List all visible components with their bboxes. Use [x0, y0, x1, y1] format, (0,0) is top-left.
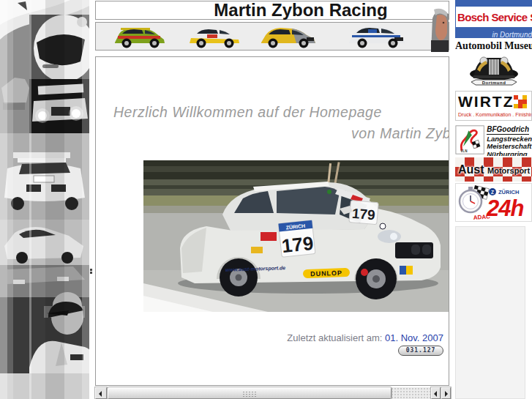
bosch-top-bar: [456, 1, 532, 7]
bosch-subtitle: in Dortmund: [492, 31, 532, 38]
wirtz-title: WIRTZ: [458, 93, 514, 111]
scroll-left-icon: [434, 391, 437, 397]
banner-car-white-fiesta[interactable]: [185, 25, 244, 48]
bosch-title: Bosch Service Schröder: [456, 11, 532, 23]
scrollbar-thumb[interactable]: [108, 387, 391, 399]
adac-club-label: ADAC: [473, 213, 491, 221]
vln-label: VLN: [460, 149, 467, 153]
content-hscrollbar[interactable]: [95, 387, 451, 399]
scrollbar-right-button[interactable]: [441, 387, 451, 399]
sidebar-empty-panel: [455, 226, 525, 399]
left-photo-collage: [0, 0, 89, 399]
updated-date: 01. Nov. 2007: [385, 332, 443, 343]
race-car-photo: ZÜRICH 179 179 www.aust-motorsport.de DU…: [143, 160, 449, 312]
bfg-brand: BFGoodrich: [487, 125, 529, 135]
scroll-right-icon: [445, 391, 448, 397]
updated-line: Zuletzt aktualisiert am: 01. Nov. 2007: [287, 332, 443, 343]
page-root: { "header": { "title": "Martin Zybon Rac…: [0, 0, 532, 399]
visitor-counter: 031.127: [398, 346, 443, 356]
main-content-frame: Herzlich Willkommen auf der Homepage von…: [95, 56, 449, 386]
zurich-z-icon: Z: [491, 190, 494, 195]
car-banner: [95, 22, 449, 51]
sponsor-aust-motorsport[interactable]: Aust Motorsport: [455, 157, 532, 182]
sponsor-bfgoodrich-vln[interactable]: VLN BFGoodrich Langstrecken Meisterschaf…: [455, 124, 532, 156]
banner-car-yellow-bmw[interactable]: [258, 25, 318, 48]
sponsor-wirtz[interactable]: WIRTZ Druck . Kommunikation . Finishing: [455, 91, 532, 121]
dunlop-sticker: DUNLOP: [310, 269, 342, 278]
updated-label: Zuletzt aktualisiert am:: [287, 332, 382, 343]
adac-24h-logo: Z ZÜRICH 24h ADAC: [456, 184, 532, 222]
page-title: Martin Zybon Racing: [96, 1, 449, 19]
scrollbar-right-left-button[interactable]: [431, 387, 441, 399]
aust-word-2: Motorsport: [487, 166, 530, 175]
sponsor-bosch[interactable]: Bosch Service Schröder in Dortmund: [455, 0, 532, 38]
sponsor-automobil-museum[interactable]: Automobil Museum Dortmund: [455, 40, 532, 87]
museum-car-icon: Dortmund: [468, 52, 520, 86]
welcome-line-2: von Martin Zyb: [351, 125, 449, 142]
welcome-line-1: Herzlich Willkommen auf der Homepage: [113, 104, 382, 121]
museum-title: Automobil Museum: [455, 40, 532, 52]
driver-portrait: [431, 8, 449, 52]
scrollbar-left-button[interactable]: [95, 387, 107, 399]
museum-ribbon: Dortmund: [482, 81, 506, 85]
car-hood-number: 179: [351, 206, 375, 223]
car-door-number: 179: [280, 232, 314, 257]
frame-scroll-dots: [90, 268, 93, 277]
banner-car-green-lupo[interactable]: [110, 25, 169, 48]
banner-car-white-bmw-compact[interactable]: [346, 23, 408, 48]
adac-24h-text: 24h: [486, 195, 523, 221]
title-box: Martin Zybon Racing: [95, 1, 449, 20]
wirtz-mosaic-icon: [514, 95, 527, 108]
bfg-line3: Nürburgring: [487, 151, 532, 156]
vln-track-icon: VLN: [455, 124, 484, 156]
aust-word-1: Aust: [458, 163, 484, 176]
wirtz-subtitle: Druck . Kommunikation . Finishing: [458, 112, 529, 117]
scrollbar-grip-icon: [242, 391, 257, 398]
sponsor-adac-24h[interactable]: Z ZÜRICH 24h ADAC: [455, 183, 532, 222]
adac-zurich-label: ZÜRICH: [498, 189, 519, 195]
scroll-left-icon: [99, 391, 102, 397]
